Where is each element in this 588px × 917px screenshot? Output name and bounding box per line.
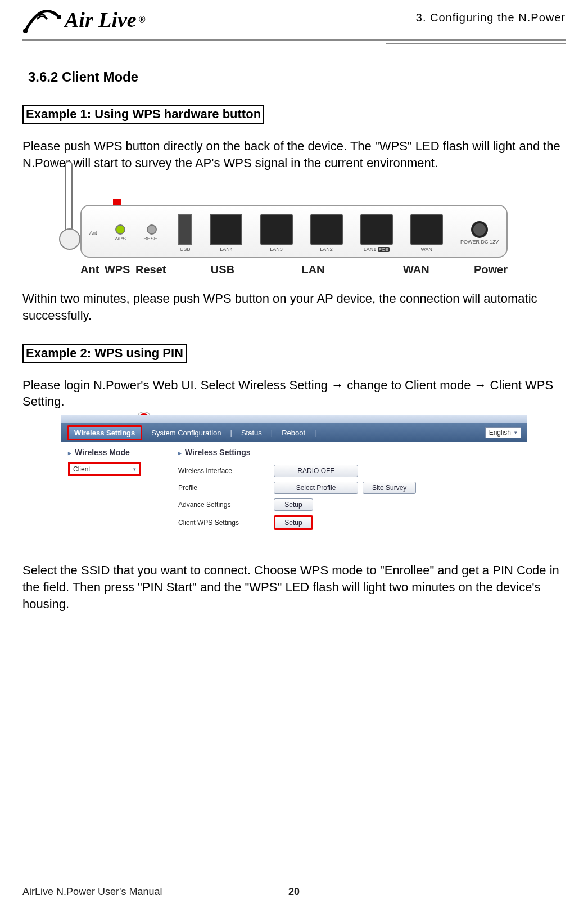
example1-paragraph2: Within two minutes, please push WPS butt…: [22, 290, 566, 323]
example2-heading: Example 2: WPS using PIN: [22, 344, 187, 363]
example2-paragraph1: Please login N.Power's Web UI. Select Wi…: [22, 377, 566, 410]
label-wps: WPS: [105, 263, 130, 276]
wireless-settings-title: Wireless Settings: [178, 448, 517, 457]
power-jack: POWER DC 12V: [460, 221, 499, 245]
lan1-port: LAN1 POE: [360, 214, 393, 252]
footer-manual-name: AirLive N.Power User's Manual: [22, 886, 162, 898]
radio-off-button[interactable]: RADIO OFF: [274, 465, 358, 477]
label-ant: Ant: [80, 263, 99, 276]
wan-port: WAN: [410, 214, 443, 252]
nav-separator-icon: |: [271, 429, 273, 437]
device-body: Ant WPS RESET USB LAN4 LAN3 LAN2 LAN1 PO…: [80, 205, 508, 258]
wireless-mode-title: Wireless Mode: [68, 448, 161, 457]
client-wps-setup-button[interactable]: Setup: [274, 515, 313, 530]
label-lan: LAN: [301, 263, 324, 276]
ethernet-port-icon: [210, 214, 242, 245]
section-title: 3.6.2 Client Mode: [28, 69, 566, 85]
webui-sidebar: Wireless Mode Client ▾: [61, 442, 168, 545]
webui-main: Wireless Settings Wireless Interface RAD…: [168, 442, 527, 545]
client-wps-settings-label: Client WPS Settings: [178, 519, 274, 527]
tab-status[interactable]: Status: [237, 429, 266, 437]
wps-button: WPS: [115, 224, 126, 241]
advance-setup-button[interactable]: Setup: [274, 498, 313, 511]
webui-nav: Wireless Settings System Configuration |…: [61, 423, 527, 442]
device-label-row: Ant WPS Reset USB LAN WAN Power: [80, 263, 508, 276]
example1-paragraph1: Please push WPS button directly on the b…: [22, 138, 566, 171]
svg-point-0: [23, 29, 28, 33]
reset-hole-icon: [147, 224, 157, 235]
reset-button: RESET: [143, 224, 160, 241]
nav-separator-icon: |: [230, 429, 232, 437]
ethernet-port-icon: [260, 214, 293, 245]
language-select[interactable]: English ▾: [485, 427, 521, 438]
device-illustration: Passive POE Port Ant WPS RESET USB LAN4 …: [80, 205, 508, 276]
label-reset: Reset: [135, 263, 166, 276]
lan3-port: LAN3: [260, 214, 293, 252]
logo-arc-icon: [22, 6, 62, 34]
profile-label: Profile: [178, 484, 274, 492]
site-survey-button[interactable]: Site Survey: [363, 482, 416, 494]
page-footer: AirLive N.Power User's Manual 20: [22, 886, 566, 898]
lan4-port: LAN4: [210, 214, 242, 252]
svg-point-1: [57, 15, 61, 19]
ethernet-port-icon: [360, 214, 393, 245]
ethernet-port-icon: [310, 214, 343, 245]
label-usb: USB: [211, 263, 234, 276]
antenna-base-icon: [59, 228, 80, 250]
ant-port: Ant: [89, 230, 97, 236]
usb-port: USB: [178, 214, 192, 252]
row-wireless-interface: Wireless Interface RADIO OFF: [178, 465, 517, 477]
brand-logo: Air Live ®: [22, 6, 146, 34]
ethernet-port-icon: [410, 214, 443, 245]
chapter-title: 3. Configuring the N.Power: [416, 6, 566, 24]
row-profile: Profile Select Profile Site Survey: [178, 482, 517, 494]
registered-icon: ®: [139, 15, 146, 25]
tab-reboot[interactable]: Reboot: [277, 429, 310, 437]
nav-separator-icon: |: [314, 429, 316, 437]
example1-heading: Example 1: Using WPS hardware button: [22, 105, 264, 124]
label-power: Power: [474, 263, 508, 276]
chevron-down-icon: ▾: [133, 466, 136, 472]
wireless-interface-label: Wireless Interface: [178, 467, 274, 475]
language-value: English: [489, 429, 511, 437]
footer-page-number: 20: [288, 886, 300, 898]
webui-topbar: [61, 415, 527, 423]
row-advance-settings: Advance Settings Setup: [178, 498, 517, 511]
example2-paragraph2: Select the SSID that you want to connect…: [22, 562, 566, 612]
usb-port-icon: [178, 214, 192, 245]
label-wan: WAN: [403, 263, 429, 276]
wireless-mode-select[interactable]: Client ▾: [68, 462, 141, 476]
power-jack-icon: [471, 221, 488, 238]
advance-settings-label: Advance Settings: [178, 501, 274, 509]
wireless-mode-value: Client: [73, 465, 91, 473]
page-header: Air Live ® 3. Configuring the N.Power: [22, 6, 566, 41]
tab-wireless-settings[interactable]: Wireless Settings: [67, 425, 142, 440]
antenna-icon: [65, 161, 73, 234]
tab-system-configuration[interactable]: System Configuration: [147, 429, 225, 437]
webui-screenshot: 1 2 3 Wireless Settings System Configura…: [61, 415, 527, 545]
lan2-port: LAN2: [310, 214, 343, 252]
header-subline: [386, 43, 566, 44]
chevron-down-icon: ▾: [514, 430, 517, 435]
wps-led-icon: [115, 224, 125, 235]
row-client-wps-settings: Client WPS Settings Setup: [178, 515, 517, 530]
select-profile-button[interactable]: Select Profile: [274, 482, 358, 494]
brand-name: Air Live: [65, 7, 137, 32]
